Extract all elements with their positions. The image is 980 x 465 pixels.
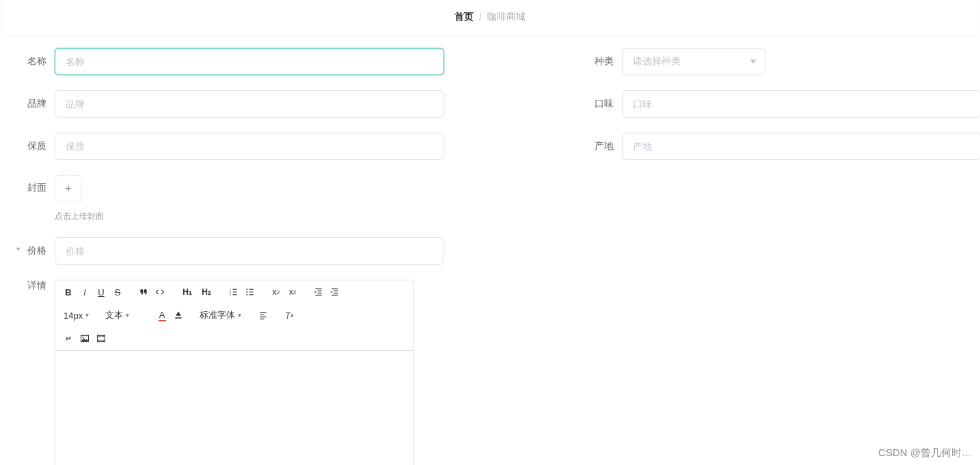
cover-label: 封面 xyxy=(21,175,55,194)
type-label: 种类 xyxy=(588,55,622,68)
image-button[interactable] xyxy=(77,331,92,346)
caret-icon: ▾ xyxy=(85,312,89,319)
italic-button[interactable]: I xyxy=(77,284,92,300)
breadcrumb: 首页 / 咖啡商城 xyxy=(3,0,977,34)
superscript-button[interactable]: x2 xyxy=(285,284,300,300)
bold-button[interactable]: B xyxy=(61,284,76,300)
subscript-button[interactable]: x2 xyxy=(269,284,284,300)
h1-button[interactable]: H₁ xyxy=(178,284,196,300)
type-select-placeholder: 请选择种类 xyxy=(633,55,681,68)
product-form: 名称 种类 请选择种类 品牌 口味 保质 产地 封面 xyxy=(0,34,980,465)
shelf-input[interactable] xyxy=(55,133,444,160)
bullet-list-button[interactable] xyxy=(243,284,258,300)
font-size-select[interactable]: 14px ▾ xyxy=(61,310,92,321)
block-type-value: 文本 xyxy=(105,309,123,321)
plus-icon: + xyxy=(65,182,72,196)
editor-content[interactable] xyxy=(55,351,413,465)
font-family-value: 标准字体 xyxy=(200,309,235,321)
caret-icon: ▾ xyxy=(238,312,241,319)
cover-upload-hint: 点击上传封面 xyxy=(55,211,104,222)
svg-rect-6 xyxy=(176,317,182,319)
brand-label: 品牌 xyxy=(21,98,55,110)
detail-label: 详情 xyxy=(21,280,55,292)
type-select[interactable]: 请选择种类 xyxy=(622,48,765,75)
svg-point-3 xyxy=(246,289,247,290)
outdent-button[interactable] xyxy=(311,284,326,300)
link-button[interactable] xyxy=(61,331,76,346)
ordered-list-button[interactable]: 123 xyxy=(226,284,241,300)
block-type-select[interactable]: 文本 ▾ xyxy=(103,309,144,321)
breadcrumb-current: 咖啡商城 xyxy=(487,11,526,23)
price-input[interactable] xyxy=(55,237,444,265)
clear-format-button[interactable]: Tx xyxy=(282,308,297,323)
video-button[interactable] xyxy=(94,331,109,346)
strike-button[interactable]: S xyxy=(110,284,125,300)
price-label: 价格 xyxy=(21,245,55,257)
font-family-select[interactable]: 标准字体 ▾ xyxy=(197,309,245,321)
name-label: 名称 xyxy=(21,55,55,68)
rich-text-editor: B I U S H₁ H₂ 123 xyxy=(55,280,413,465)
caret-icon: ▾ xyxy=(126,312,129,319)
underline-button[interactable]: U xyxy=(94,284,109,300)
breadcrumb-home[interactable]: 首页 xyxy=(454,11,474,23)
editor-toolbar: B I U S H₁ H₂ 123 xyxy=(55,280,413,351)
align-button[interactable] xyxy=(256,308,271,323)
breadcrumb-separator: / xyxy=(479,12,482,23)
indent-button[interactable] xyxy=(327,284,342,300)
taste-label: 口味 xyxy=(588,98,622,110)
name-input[interactable] xyxy=(55,48,444,75)
code-block-button[interactable] xyxy=(152,284,167,300)
svg-point-8 xyxy=(83,336,84,338)
background-color-button[interactable] xyxy=(171,308,186,323)
watermark: CSDN @曾几何时… xyxy=(878,447,972,460)
font-size-value: 14px xyxy=(64,310,83,321)
origin-input[interactable] xyxy=(622,133,980,160)
svg-text:3: 3 xyxy=(230,293,231,296)
taste-input[interactable] xyxy=(622,90,980,118)
svg-point-4 xyxy=(246,291,247,293)
cover-upload-button[interactable]: + xyxy=(55,175,82,202)
svg-rect-9 xyxy=(98,335,105,341)
text-color-button[interactable]: A xyxy=(154,308,169,323)
shelf-label: 保质 xyxy=(21,140,55,152)
svg-point-5 xyxy=(246,294,247,295)
brand-input[interactable] xyxy=(55,90,444,118)
h2-button[interactable]: H₂ xyxy=(198,284,215,300)
origin-label: 产地 xyxy=(588,140,622,152)
blockquote-button[interactable] xyxy=(136,284,151,300)
